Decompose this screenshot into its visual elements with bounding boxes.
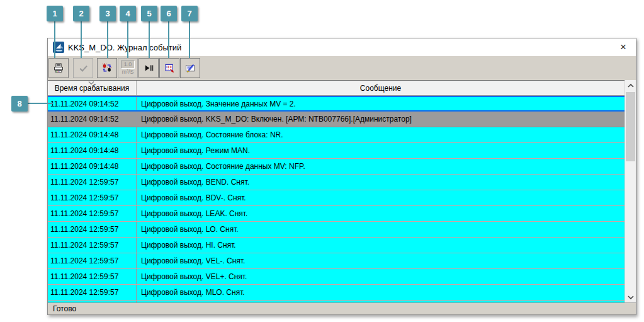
event-message-cell: Цифровой выход. LO. Снят. bbox=[137, 222, 624, 237]
column-header-message[interactable]: Сообщение bbox=[137, 81, 624, 95]
event-message-cell: Цифровой выход. BEND. Снят. bbox=[137, 175, 624, 190]
table-header: Время срабатывания Сообщение bbox=[48, 80, 624, 96]
event-time-cell: 11.11.2024 12:59:57 bbox=[48, 175, 137, 190]
scroll-up-button[interactable] bbox=[625, 80, 636, 91]
table-row[interactable]: 11.11.2024 09:14:48 Цифровой выход. Сост… bbox=[48, 127, 624, 143]
event-time-cell: 11.11.2024 12:59:57 bbox=[48, 190, 137, 205]
event-time-cell: 11.11.2024 12:59:57 bbox=[48, 253, 137, 268]
event-time-cell: 11.11.2024 12:59:57 bbox=[48, 222, 137, 237]
toolbar: 1.0 m³/S bbox=[48, 56, 636, 80]
units-measure: m³/S bbox=[122, 69, 134, 76]
callout-line-2 bbox=[81, 20, 82, 58]
event-table: Время срабатывания Сообщение 11.11.2024 … bbox=[48, 80, 624, 302]
status-bar: Готово bbox=[48, 302, 636, 314]
scrollbar-thumb[interactable] bbox=[626, 92, 635, 161]
callout-badge-4: 4 bbox=[120, 6, 136, 21]
edit-note-button[interactable] bbox=[180, 58, 200, 78]
pause-resume-button[interactable] bbox=[138, 58, 159, 78]
callout-line-8 bbox=[28, 103, 53, 104]
callout-badge-6: 6 bbox=[161, 6, 177, 21]
event-time-cell: 11.11.2024 12:59:57 bbox=[48, 285, 137, 300]
callout-badge-7: 7 bbox=[181, 6, 198, 21]
event-message-cell: Цифровой выход. HI. Снят. bbox=[137, 238, 624, 253]
event-message-cell: Цифровой выход. MLO. Снят. bbox=[137, 285, 624, 300]
table-row[interactable]: 11.11.2024 12:59:57 Цифровой выход. MLO.… bbox=[48, 285, 624, 301]
table-row[interactable]: 11.11.2024 12:59:57 Цифровой выход. VEL+… bbox=[48, 269, 624, 285]
event-message-cell: Цифровой выход. Состояние блока: NR. bbox=[137, 127, 624, 142]
event-time-cell: 11.11.2024 12:59:57 bbox=[48, 238, 137, 253]
checkmark-icon bbox=[77, 60, 89, 76]
callout-line-5 bbox=[149, 20, 150, 58]
callout-line-3 bbox=[107, 20, 108, 58]
list-export-icon bbox=[164, 60, 175, 76]
sort-indicator-icon bbox=[88, 81, 95, 85]
units-button: 1.0 m³/S bbox=[118, 58, 138, 78]
units-value: 1.0 bbox=[121, 60, 135, 69]
column-header-time[interactable]: Время срабатывания bbox=[48, 81, 137, 95]
event-message-cell: Цифровой выход. Значение данных MV = 2. bbox=[137, 97, 624, 110]
table-row[interactable]: 11.11.2024 12:59:57 Цифровой выход. HI. … bbox=[48, 238, 624, 253]
callout-line-1 bbox=[54, 20, 55, 58]
event-message-cell: Цифровой выход. KKS_M_DO: Включен. [АРМ:… bbox=[137, 112, 624, 127]
callout-badge-3: 3 bbox=[99, 6, 116, 21]
window-title: KKS_M_DO. Журнал событий bbox=[68, 43, 181, 52]
alarm-blink-icon bbox=[101, 60, 113, 76]
table-row[interactable]: 11.11.2024 12:59:57 Цифровой выход. BEND… bbox=[48, 175, 624, 190]
event-journal-window: KKS_M_DO. Журнал событий × bbox=[47, 38, 636, 315]
event-message-cell: Цифровой выход. Режим MAN. bbox=[137, 143, 624, 158]
printer-icon bbox=[53, 60, 64, 76]
chevron-down-icon bbox=[628, 296, 634, 299]
event-message-cell: Цифровой выход. LEAK. Снят. bbox=[137, 206, 624, 221]
title-bar: KKS_M_DO. Журнал событий × bbox=[48, 38, 636, 56]
table-row[interactable]: 11.11.2024 12:59:57 Цифровой выход. LEAK… bbox=[48, 206, 624, 222]
print-button[interactable] bbox=[48, 58, 69, 78]
callout-badge-5: 5 bbox=[141, 6, 157, 21]
event-time-cell: 11.11.2024 09:14:52 bbox=[48, 112, 137, 127]
vertical-scrollbar[interactable] bbox=[624, 80, 636, 302]
column-header-message-label: Сообщение bbox=[360, 84, 401, 93]
table-row[interactable]: 11.11.2024 12:59:57 Цифровой выход. VEL-… bbox=[48, 253, 624, 269]
table-row[interactable]: 11.11.2024 09:14:48 Цифровой выход. Сост… bbox=[48, 159, 624, 175]
event-list-button[interactable] bbox=[159, 58, 179, 78]
toggle-blink-button[interactable] bbox=[97, 58, 117, 78]
scroll-down-button[interactable] bbox=[625, 292, 636, 302]
callout-badge-1: 1 bbox=[47, 6, 63, 21]
callout-line-4 bbox=[127, 20, 128, 58]
table-row[interactable]: 11.11.2024 09:14:52 Цифровой выход. Знач… bbox=[48, 96, 624, 112]
callout-badge-8: 8 bbox=[11, 96, 28, 112]
event-time-cell: 11.11.2024 09:14:48 bbox=[48, 159, 137, 174]
status-text: Готово bbox=[53, 304, 76, 313]
note-edit-icon bbox=[184, 60, 196, 76]
table-row[interactable]: 11.11.2024 09:14:52 Цифровой выход. KKS_… bbox=[48, 112, 624, 127]
event-time-cell: 11.11.2024 12:59:57 bbox=[48, 269, 137, 284]
event-time-cell: 11.11.2024 09:14:52 bbox=[48, 97, 137, 110]
event-message-cell: Цифровой выход. VEL+. Снят. bbox=[137, 269, 624, 284]
callout-badge-2: 2 bbox=[73, 6, 89, 21]
event-time-cell: 11.11.2024 09:14:48 bbox=[48, 143, 137, 158]
table-row[interactable]: 11.11.2024 09:14:48 Цифровой выход. Режи… bbox=[48, 143, 624, 159]
table-row[interactable]: 11.11.2024 12:59:57 Цифровой выход. BDV-… bbox=[48, 190, 624, 206]
event-message-cell: Цифровой выход. BDV-. Снят. bbox=[137, 190, 624, 205]
play-pause-icon bbox=[143, 60, 154, 76]
callout-line-7 bbox=[189, 20, 190, 58]
event-message-cell: Цифровой выход. VEL-. Снят. bbox=[137, 253, 624, 268]
chevron-up-icon bbox=[628, 84, 634, 88]
event-message-cell: Цифровой выход. Состояние данных MV: NFP… bbox=[137, 159, 624, 174]
table-row[interactable]: 11.11.2024 12:59:57 Цифровой выход. LO. … bbox=[48, 222, 624, 238]
event-time-cell: 11.11.2024 12:59:57 bbox=[48, 206, 137, 221]
callout-line-6 bbox=[168, 20, 169, 58]
table-body: 11.11.2024 09:14:52 Цифровой выход. Знач… bbox=[48, 96, 624, 301]
close-icon[interactable]: × bbox=[614, 38, 632, 56]
event-time-cell: 11.11.2024 09:14:48 bbox=[48, 127, 137, 142]
acknowledge-button bbox=[73, 58, 93, 78]
units-icon: 1.0 m³/S bbox=[121, 60, 135, 76]
